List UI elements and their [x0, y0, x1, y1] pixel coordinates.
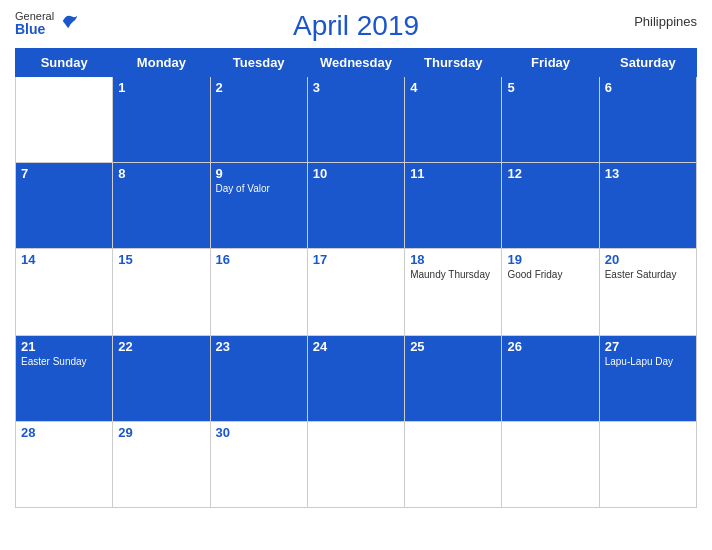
day-number: 30	[216, 425, 302, 440]
logo-bird-icon	[61, 12, 79, 30]
day-number: 9	[216, 166, 302, 181]
day-number: 8	[118, 166, 204, 181]
calendar-cell: 8	[113, 163, 210, 249]
day-event: Easter Sunday	[21, 356, 107, 367]
calendar-cell: 15	[113, 249, 210, 335]
weekday-header-sunday: Sunday	[16, 49, 113, 77]
day-number: 14	[21, 252, 107, 267]
day-number: 1	[118, 80, 204, 95]
weekday-header-monday: Monday	[113, 49, 210, 77]
calendar-cell: 19Good Friday	[502, 249, 599, 335]
calendar-cell: 28	[16, 421, 113, 507]
calendar-cell: 16	[210, 249, 307, 335]
calendar-cell: 30	[210, 421, 307, 507]
day-number: 28	[21, 425, 107, 440]
day-number: 23	[216, 339, 302, 354]
day-number: 22	[118, 339, 204, 354]
day-event: Good Friday	[507, 269, 593, 280]
logo-area: General Blue	[15, 10, 54, 37]
day-number: 6	[605, 80, 691, 95]
calendar-week-row: 282930	[16, 421, 697, 507]
weekday-header-friday: Friday	[502, 49, 599, 77]
calendar-cell: 20Easter Saturday	[599, 249, 696, 335]
calendar-cell: 24	[307, 335, 404, 421]
weekday-header-tuesday: Tuesday	[210, 49, 307, 77]
day-number: 29	[118, 425, 204, 440]
calendar-cell	[599, 421, 696, 507]
calendar-cell: 13	[599, 163, 696, 249]
calendar-cell: 18Maundy Thursday	[405, 249, 502, 335]
calendar-cell: 5	[502, 77, 599, 163]
calendar-cell: 10	[307, 163, 404, 249]
day-number: 27	[605, 339, 691, 354]
day-number: 19	[507, 252, 593, 267]
calendar-cell: 27Lapu-Lapu Day	[599, 335, 696, 421]
calendar-title: April 2019	[293, 10, 419, 42]
day-number: 18	[410, 252, 496, 267]
day-number: 25	[410, 339, 496, 354]
calendar-cell	[502, 421, 599, 507]
day-number: 7	[21, 166, 107, 181]
day-event: Lapu-Lapu Day	[605, 356, 691, 367]
day-number: 15	[118, 252, 204, 267]
day-number: 11	[410, 166, 496, 181]
day-event: Easter Saturday	[605, 269, 691, 280]
weekday-header-saturday: Saturday	[599, 49, 696, 77]
day-event: Maundy Thursday	[410, 269, 496, 280]
calendar-cell: 23	[210, 335, 307, 421]
day-number: 16	[216, 252, 302, 267]
day-number: 13	[605, 166, 691, 181]
day-number: 20	[605, 252, 691, 267]
calendar-cell: 3	[307, 77, 404, 163]
calendar-cell: 17	[307, 249, 404, 335]
calendar-cell: 21Easter Sunday	[16, 335, 113, 421]
day-number: 12	[507, 166, 593, 181]
day-event: Day of Valor	[216, 183, 302, 194]
day-number: 26	[507, 339, 593, 354]
calendar-cell: 22	[113, 335, 210, 421]
calendar-week-row: 1415161718Maundy Thursday19Good Friday20…	[16, 249, 697, 335]
calendar-cell: 25	[405, 335, 502, 421]
day-number: 17	[313, 252, 399, 267]
calendar-cell	[16, 77, 113, 163]
calendar-cell: 4	[405, 77, 502, 163]
calendar-week-row: 123456	[16, 77, 697, 163]
country-label: Philippines	[634, 14, 697, 29]
calendar-table: SundayMondayTuesdayWednesdayThursdayFrid…	[15, 48, 697, 508]
day-number: 4	[410, 80, 496, 95]
calendar-cell	[405, 421, 502, 507]
day-number: 24	[313, 339, 399, 354]
day-number: 2	[216, 80, 302, 95]
day-number: 21	[21, 339, 107, 354]
calendar-cell: 12	[502, 163, 599, 249]
calendar-week-row: 21Easter Sunday222324252627Lapu-Lapu Day	[16, 335, 697, 421]
calendar-cell: 14	[16, 249, 113, 335]
day-number: 10	[313, 166, 399, 181]
calendar-cell: 29	[113, 421, 210, 507]
calendar-cell: 11	[405, 163, 502, 249]
calendar-cell: 9Day of Valor	[210, 163, 307, 249]
calendar-header: General Blue April 2019 Philippines	[15, 10, 697, 42]
weekday-header-row: SundayMondayTuesdayWednesdayThursdayFrid…	[16, 49, 697, 77]
calendar-cell: 1	[113, 77, 210, 163]
calendar-wrapper: General Blue April 2019 Philippines Sund…	[0, 0, 712, 550]
calendar-cell: 6	[599, 77, 696, 163]
weekday-header-thursday: Thursday	[405, 49, 502, 77]
calendar-cell	[307, 421, 404, 507]
calendar-cell: 2	[210, 77, 307, 163]
day-number: 5	[507, 80, 593, 95]
calendar-cell: 7	[16, 163, 113, 249]
weekday-header-wednesday: Wednesday	[307, 49, 404, 77]
calendar-cell: 26	[502, 335, 599, 421]
day-number: 3	[313, 80, 399, 95]
logo-blue: Blue	[15, 22, 45, 37]
calendar-week-row: 789Day of Valor10111213	[16, 163, 697, 249]
